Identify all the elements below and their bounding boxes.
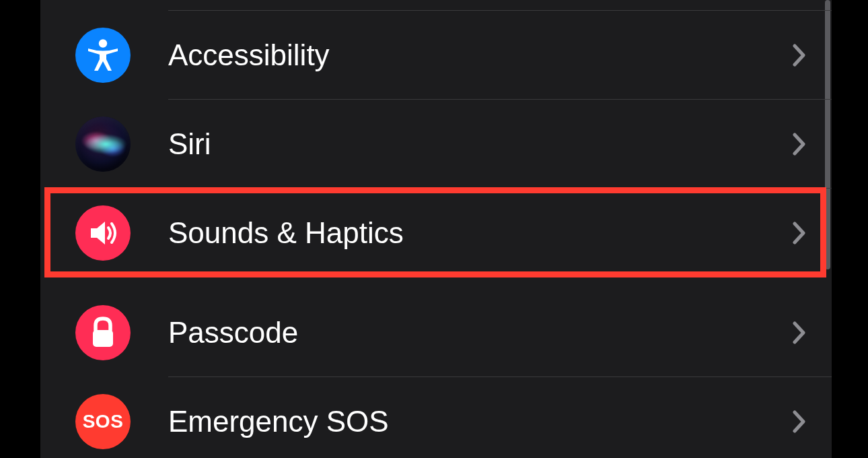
settings-item-emergency-sos[interactable]: SOS Emergency SOS xyxy=(40,377,832,458)
chevron-right-icon xyxy=(791,319,807,346)
speaker-icon xyxy=(75,205,131,261)
settings-item-accessibility[interactable]: Accessibility xyxy=(40,11,832,100)
siri-icon xyxy=(75,117,131,172)
chevron-right-icon xyxy=(791,408,807,435)
settings-panel: Accessibility Siri Sounds & Haptics xyxy=(40,0,832,458)
svg-rect-1 xyxy=(93,330,113,347)
sos-icon: SOS xyxy=(75,394,131,449)
settings-item-passcode[interactable]: Passcode xyxy=(40,288,832,377)
settings-item-label: Passcode xyxy=(168,316,791,350)
sos-badge-text: SOS xyxy=(83,411,124,432)
svg-point-0 xyxy=(99,39,107,47)
chevron-right-icon xyxy=(791,220,807,247)
settings-item-label: Siri xyxy=(168,127,791,161)
chevron-right-icon xyxy=(791,42,807,69)
settings-row-partial xyxy=(40,0,832,11)
settings-item-label: Accessibility xyxy=(168,38,791,72)
chevron-right-icon xyxy=(791,131,807,158)
accessibility-icon xyxy=(75,28,131,83)
settings-item-siri[interactable]: Siri xyxy=(40,100,832,189)
settings-item-sounds-haptics[interactable]: Sounds & Haptics xyxy=(40,189,832,277)
lock-icon xyxy=(75,305,131,360)
settings-item-label: Sounds & Haptics xyxy=(168,216,791,250)
settings-item-label: Emergency SOS xyxy=(168,405,791,438)
